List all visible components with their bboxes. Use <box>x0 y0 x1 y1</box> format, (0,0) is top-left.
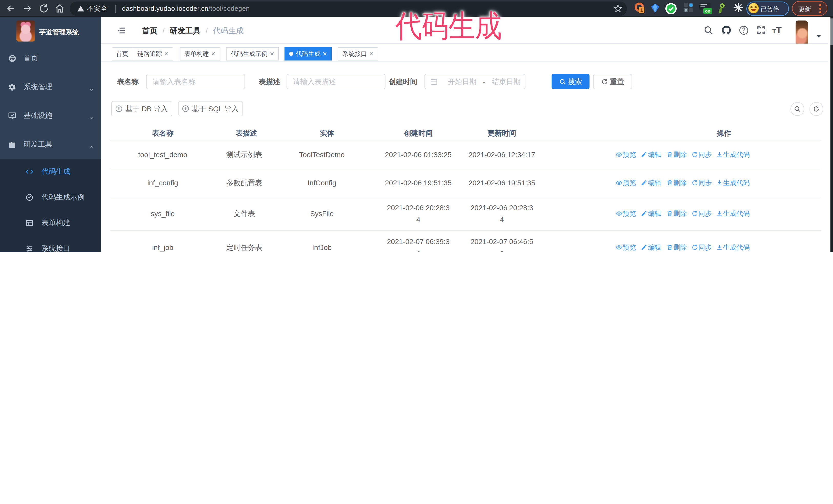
svg-text:1: 1 <box>640 8 643 13</box>
svg-text:on: on <box>705 9 711 14</box>
